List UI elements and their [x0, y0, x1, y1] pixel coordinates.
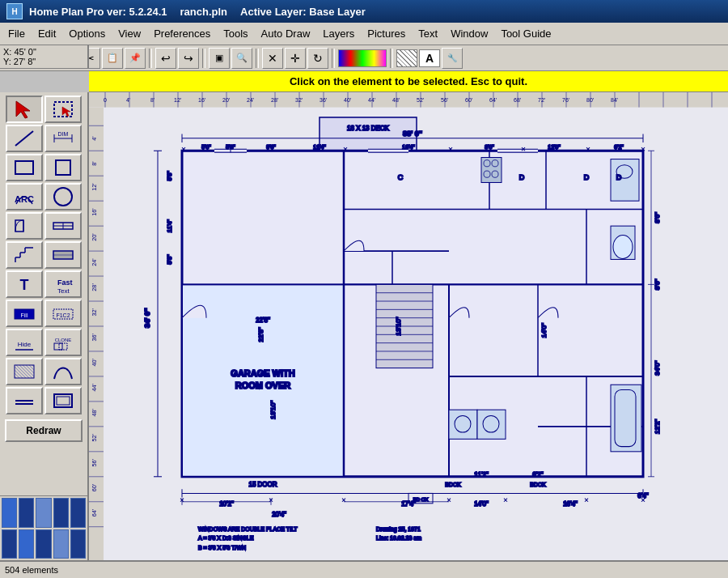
wall-tool[interactable]	[44, 241, 82, 269]
svg-text:5'8": 5'8"	[167, 254, 173, 264]
svg-rect-44	[57, 397, 70, 405]
stair-tool[interactable]	[6, 241, 43, 269]
svg-text:16'4": 16'4"	[563, 500, 578, 508]
redo-button[interactable]: ↪	[178, 48, 199, 69]
menu-file[interactable]: File	[2, 25, 32, 42]
select-arrow-tool[interactable]	[6, 96, 43, 123]
svg-marker-2	[16, 101, 30, 118]
select-button[interactable]: ▣	[209, 48, 230, 69]
grid-sq-2[interactable]	[19, 498, 34, 528]
grid-sq-1[interactable]	[2, 498, 17, 528]
svg-text:76': 76'	[562, 97, 569, 104]
svg-text:24': 24'	[91, 258, 98, 266]
svg-text:WINDOWS ARE DOUBLE PLACE TILT: WINDOWS ARE DOUBLE PLACE TILT	[198, 526, 298, 533]
fill2-tool[interactable]: F1C2	[44, 300, 82, 327]
separator-4	[256, 49, 259, 68]
zoom-button[interactable]: 🔍	[231, 48, 252, 69]
select-box-tool[interactable]	[44, 96, 82, 123]
svg-text:22'8": 22'8"	[257, 327, 265, 342]
fill-tool[interactable]: Fill	[6, 300, 43, 327]
menu-tools[interactable]: Tools	[217, 25, 254, 42]
menu-layers[interactable]: Layers	[316, 25, 361, 42]
grid-sq-10[interactable]	[70, 529, 86, 559]
text-tool[interactable]: T	[6, 270, 43, 298]
clone-tool[interactable]: CLONE	[44, 329, 82, 356]
menu-edit[interactable]: Edit	[32, 25, 62, 42]
coordinate-display: X: 45' 0" Y: 27' 8"	[0, 45, 89, 69]
svg-text:20': 20'	[222, 97, 230, 104]
svg-text:8'0": 8'0"	[485, 144, 494, 151]
drawing-area[interactable]: 0 4' 8' 12' 16' 20' 24' 28' 32' 36' 40' …	[89, 92, 728, 560]
svg-text:5'8": 5'8"	[226, 144, 235, 151]
floor-plan-svg: 0 4' 8' 12' 16' 20' 24' 28' 32' 36' 40' …	[89, 92, 728, 560]
undo-button[interactable]: ↩	[155, 48, 176, 69]
rect-tool[interactable]	[6, 154, 43, 181]
circle-tool[interactable]	[44, 183, 82, 210]
menu-pictures[interactable]: Pictures	[361, 25, 412, 42]
svg-text:A = 3'6 X D:3 SINGLE: A = 3'6 X D:3 SINGLE	[198, 535, 254, 542]
fast-text-tool[interactable]: FastText	[44, 270, 82, 298]
curve-tool[interactable]	[44, 358, 82, 385]
svg-text:8'6": 8'6"	[654, 278, 661, 290]
svg-text:4': 4'	[126, 97, 130, 104]
line-tool[interactable]	[6, 125, 43, 152]
menu-autodraw[interactable]: Auto Draw	[255, 25, 317, 42]
pattern-selector[interactable]	[396, 49, 417, 67]
rect2-tool[interactable]	[44, 387, 82, 414]
extra-tool[interactable]: 🔧	[442, 48, 463, 69]
svg-text:12': 12'	[91, 183, 98, 190]
grid-sq-6[interactable]	[2, 529, 17, 559]
grid-sq-3[interactable]	[36, 498, 51, 528]
svg-text:Hide: Hide	[18, 341, 32, 348]
svg-text:36': 36'	[91, 334, 98, 341]
svg-text:10'2": 10'2"	[219, 500, 234, 508]
svg-text:84': 84'	[611, 97, 618, 104]
svg-text:13'10": 13'10"	[395, 317, 402, 335]
svg-text:48': 48'	[392, 97, 400, 104]
svg-text:D: D	[519, 173, 525, 181]
menu-window[interactable]: Window	[444, 25, 494, 42]
svg-text:15 DOOR: 15 DOOR	[248, 481, 277, 488]
grid-sq-4[interactable]	[53, 498, 69, 528]
menu-preferences[interactable]: Preferences	[147, 25, 217, 42]
menu-view[interactable]: View	[112, 25, 147, 42]
grid-sq-8[interactable]	[36, 529, 51, 559]
menu-toolguide[interactable]: Tool Guide	[494, 25, 557, 42]
menu-options[interactable]: Options	[62, 25, 112, 42]
svg-text:16': 16'	[91, 208, 98, 215]
copy-button[interactable]: 📋	[102, 48, 123, 69]
refresh-button[interactable]: ↻	[307, 48, 328, 69]
svg-text:5'0": 5'0"	[201, 144, 211, 151]
svg-text:80': 80'	[586, 97, 594, 104]
pattern-tool[interactable]	[6, 358, 43, 385]
hide-tool[interactable]: Hide	[6, 329, 43, 356]
svg-rect-268	[477, 410, 506, 439]
instruction-text: Click on the element to be selected. Esc…	[290, 75, 527, 87]
svg-rect-37	[54, 343, 62, 350]
color-palette[interactable]	[338, 49, 387, 67]
grid-sq-5[interactable]	[70, 498, 86, 528]
svg-text:18 X 13 DECK: 18 X 13 DECK	[347, 125, 389, 132]
line2-tool[interactable]	[6, 387, 43, 414]
svg-text:16': 16'	[198, 97, 205, 104]
paste-button[interactable]: 📌	[125, 48, 146, 69]
grid-sq-7[interactable]	[19, 529, 34, 559]
delete-button[interactable]: ✕	[262, 48, 283, 69]
redraw-button[interactable]: Redraw	[5, 419, 83, 442]
window-tool[interactable]	[44, 212, 82, 240]
svg-text:5'8": 5'8"	[167, 171, 173, 181]
svg-text:40': 40'	[344, 97, 351, 104]
svg-point-161	[613, 235, 633, 258]
svg-text:32': 32'	[91, 308, 98, 316]
dimension-tool[interactable]: DIM	[44, 125, 82, 152]
text-style-button[interactable]: A	[419, 49, 440, 67]
door-tool[interactable]	[6, 212, 43, 240]
move-button[interactable]: ✛	[285, 48, 306, 69]
title-bar: H Home Plan Pro ver: 5.2.24.1 ranch.pln …	[0, 0, 728, 23]
svg-text:16'4": 16'4"	[402, 144, 415, 151]
arc-tool[interactable]: ARC	[6, 183, 43, 210]
svg-text:12'0": 12'0"	[548, 144, 561, 151]
grid-sq-9[interactable]	[53, 529, 69, 559]
square-tool[interactable]	[44, 154, 82, 181]
menu-text[interactable]: Text	[412, 25, 444, 42]
